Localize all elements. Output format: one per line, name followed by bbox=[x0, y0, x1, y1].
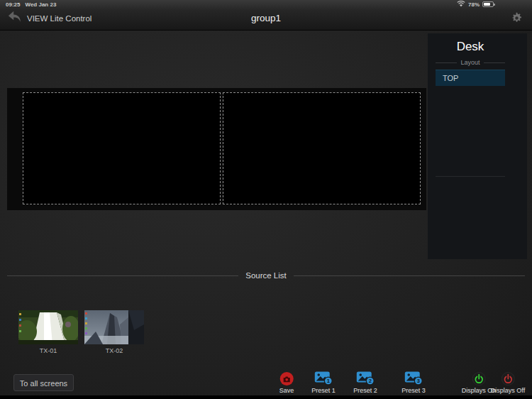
svg-text:2: 2 bbox=[368, 378, 371, 384]
desk-panel: Desk Layout TOP bbox=[428, 33, 527, 259]
source-thumbnail-mountain bbox=[84, 310, 144, 344]
svg-text:3: 3 bbox=[416, 378, 419, 384]
svg-text:1: 1 bbox=[326, 378, 329, 384]
status-time: 09:25 bbox=[6, 1, 20, 8]
source-thumbnail-waterfall bbox=[18, 310, 78, 344]
wall-canvas bbox=[7, 88, 426, 210]
preset-3-button[interactable]: 3 Preset 3 bbox=[401, 371, 426, 394]
source-label: TX-02 bbox=[84, 347, 144, 354]
status-date: Wed Jan 23 bbox=[25, 1, 56, 8]
gear-icon bbox=[511, 12, 523, 24]
displays-off-button[interactable]: Displays Off bbox=[491, 372, 525, 394]
nav-bar: VIEW Lite Control group1 bbox=[0, 9, 532, 31]
displays-off-label: Displays Off bbox=[491, 387, 525, 394]
screen-drop-zone-1[interactable] bbox=[23, 92, 221, 204]
source-list-header: Source List bbox=[7, 271, 525, 280]
preset-2-label: Preset 2 bbox=[353, 387, 377, 394]
layout-item-top[interactable]: TOP bbox=[436, 70, 505, 86]
to-all-screens-button[interactable]: To all screens bbox=[13, 374, 74, 391]
preset-1-button[interactable]: 1 Preset 1 bbox=[311, 371, 336, 394]
app-root: 09:25 Wed Jan 23 78% bbox=[0, 0, 532, 399]
preset-2-button[interactable]: 2 Preset 2 bbox=[353, 371, 377, 394]
source-label: TX-01 bbox=[18, 347, 78, 354]
source-tx-02[interactable]: TX-02 bbox=[84, 310, 144, 354]
desk-panel-title: Desk bbox=[436, 33, 505, 54]
preset-1-icon: 1 bbox=[314, 371, 333, 386]
wifi-icon bbox=[457, 1, 465, 9]
save-button[interactable]: Save bbox=[279, 372, 294, 394]
preset-3-label: Preset 3 bbox=[401, 387, 426, 394]
status-bar: 09:25 Wed Jan 23 78% bbox=[0, 0, 532, 9]
battery-percent: 78% bbox=[468, 1, 480, 8]
source-list-label: Source List bbox=[245, 271, 287, 280]
home-indicator-strip bbox=[0, 395, 532, 399]
power-on-icon bbox=[472, 372, 485, 386]
preset-3-icon: 3 bbox=[404, 371, 423, 386]
save-label: Save bbox=[279, 387, 294, 394]
header: 09:25 Wed Jan 23 78% bbox=[0, 0, 532, 31]
layout-section-header: Layout bbox=[436, 59, 505, 66]
source-list: TX-01 bbox=[18, 310, 144, 354]
save-icon bbox=[279, 372, 293, 386]
source-tx-01[interactable]: TX-01 bbox=[18, 310, 78, 354]
battery-icon bbox=[482, 1, 494, 7]
layout-section-label: Layout bbox=[460, 59, 480, 66]
settings-button[interactable] bbox=[511, 12, 523, 25]
screen-drop-zone-2[interactable] bbox=[223, 92, 421, 204]
page-title: group1 bbox=[0, 13, 532, 23]
power-off-icon bbox=[501, 372, 514, 386]
layout-list: TOP bbox=[436, 70, 505, 177]
preset-1-label: Preset 1 bbox=[311, 387, 336, 394]
preset-2-icon: 2 bbox=[356, 371, 375, 386]
